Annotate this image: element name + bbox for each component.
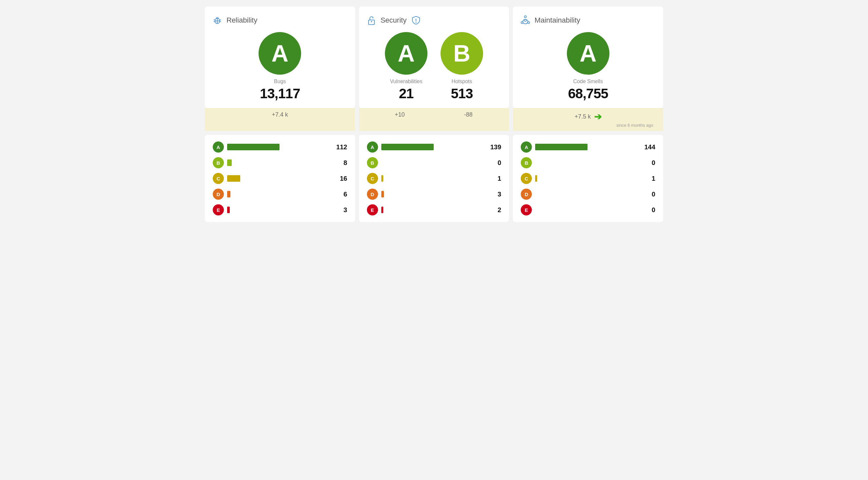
grade-badge: A <box>521 142 532 153</box>
grade-badge: A <box>367 142 378 153</box>
bar-count: 139 <box>488 143 501 151</box>
bar-count: 3 <box>488 190 501 198</box>
maintainability-header: Maintainability <box>520 14 657 26</box>
bar-row: E0 <box>521 204 655 215</box>
maintainability-card: Maintainability A Code Smells 68,755 <box>513 6 663 108</box>
vulnerabilities-value: 21 <box>399 86 414 101</box>
bar-count: 0 <box>642 190 655 198</box>
grade-badge: E <box>521 204 532 215</box>
svg-point-16 <box>528 22 530 24</box>
hotspots-label: Hotspots <box>451 79 472 85</box>
bar-row: B0 <box>521 157 655 168</box>
security-delta: +10 -88 <box>359 108 509 131</box>
bar-fill <box>227 207 230 213</box>
bar-row: A112 <box>213 142 347 153</box>
grade-badge: C <box>367 173 378 184</box>
bar-track <box>227 175 331 182</box>
bar-track <box>381 144 485 150</box>
bar-track <box>535 175 639 182</box>
bar-track <box>227 159 331 166</box>
bar-row: E3 <box>213 204 347 215</box>
security-card: Security A Vulnerabilities 21 <box>359 6 509 108</box>
bar-fill <box>535 144 588 150</box>
bar-track <box>535 144 639 150</box>
svg-point-15 <box>521 22 523 24</box>
bar-fill <box>381 207 383 213</box>
bar-track <box>535 191 639 198</box>
bar-fill <box>535 175 537 182</box>
bar-row: A144 <box>521 142 655 153</box>
reliability-title: Reliability <box>226 16 257 25</box>
security-bar-chart: A139B0C1D3E2 <box>367 142 501 215</box>
bar-count: 112 <box>334 143 347 151</box>
reliability-card: Reliability A Bugs 13,117 <box>205 6 355 108</box>
since-label: since 6 months ago <box>520 122 657 128</box>
svg-point-14 <box>524 16 526 18</box>
green-arrow-icon: ➔ <box>594 111 601 122</box>
bar-count: 6 <box>334 190 347 198</box>
bar-fill <box>381 191 384 198</box>
vulnerabilities-metric: A Vulnerabilities 21 <box>385 32 428 101</box>
bar-count: 1 <box>488 175 501 182</box>
bar-track <box>381 159 485 166</box>
lock-broken-icon <box>366 14 377 26</box>
bar-row: C1 <box>521 173 655 184</box>
bar-row: C1 <box>367 173 501 184</box>
reliability-header: Reliability <box>211 14 348 26</box>
codesmells-label: Code Smells <box>573 79 603 85</box>
security-metrics: A Vulnerabilities 21 B Hotspots 513 <box>366 32 503 101</box>
bar-track <box>227 191 331 198</box>
bar-row: B0 <box>367 157 501 168</box>
svg-point-12 <box>416 22 417 23</box>
bug-icon <box>211 14 223 26</box>
shield-alert-icon <box>411 16 421 25</box>
reliability-chart-card: A112B8C16D6E3 <box>205 135 355 222</box>
security-header: Security <box>366 14 503 26</box>
security-title: Security <box>381 16 406 25</box>
bar-count: 2 <box>488 206 501 214</box>
bar-track <box>535 159 639 166</box>
grade-badge: C <box>213 173 224 184</box>
codesmells-metric: A Code Smells 68,755 <box>567 32 610 101</box>
bar-track <box>381 207 485 213</box>
hotspots-metric: B Hotspots 513 <box>440 32 483 101</box>
bar-row: D0 <box>521 188 655 200</box>
maintainability-chart-card: A144B0C1D0E0 <box>513 135 663 222</box>
maintainability-bar-chart: A144B0C1D0E0 <box>521 142 655 215</box>
bar-count: 1 <box>642 175 655 182</box>
bar-count: 16 <box>334 175 347 182</box>
bar-track <box>227 207 331 213</box>
vulnerabilities-label: Vulnerabilities <box>390 79 422 85</box>
bar-fill <box>227 191 230 198</box>
grade-badge: D <box>213 188 224 200</box>
security-chart-card: A139B0C1D3E2 <box>359 135 509 222</box>
bar-row: C16 <box>213 173 347 184</box>
dashboard: Reliability A Bugs 13,117 <box>205 6 663 222</box>
bar-row: D6 <box>213 188 347 200</box>
bugs-value: 13,117 <box>260 86 300 101</box>
grade-badge: B <box>367 157 378 168</box>
svg-point-10 <box>371 21 372 22</box>
bar-track <box>381 191 485 198</box>
grade-badge: E <box>367 204 378 215</box>
bar-track <box>535 207 639 213</box>
hotspots-value: 513 <box>451 86 473 101</box>
bar-track <box>227 144 331 150</box>
bar-fill <box>227 175 240 182</box>
bugs-grade: A <box>258 32 301 74</box>
codesmells-grade: A <box>567 32 610 74</box>
hotspots-grade: B <box>440 32 483 74</box>
svg-line-9 <box>372 17 373 18</box>
reliability-delta: +7.4 k <box>205 108 355 131</box>
bar-fill <box>227 159 232 166</box>
bugs-label: Bugs <box>274 79 286 85</box>
grade-badge: B <box>521 157 532 168</box>
bar-fill <box>227 144 280 150</box>
bar-count: 0 <box>642 159 655 167</box>
hazard-icon <box>520 14 531 26</box>
grade-badge: D <box>521 188 532 200</box>
bar-count: 144 <box>642 143 655 151</box>
reliability-bar-chart: A112B8C16D6E3 <box>213 142 347 215</box>
delta-bar-row: +7.4 k +10 -88 +7.5 k ➔ since 6 months a… <box>205 108 663 131</box>
maintainability-metrics: A Code Smells 68,755 <box>520 32 657 101</box>
